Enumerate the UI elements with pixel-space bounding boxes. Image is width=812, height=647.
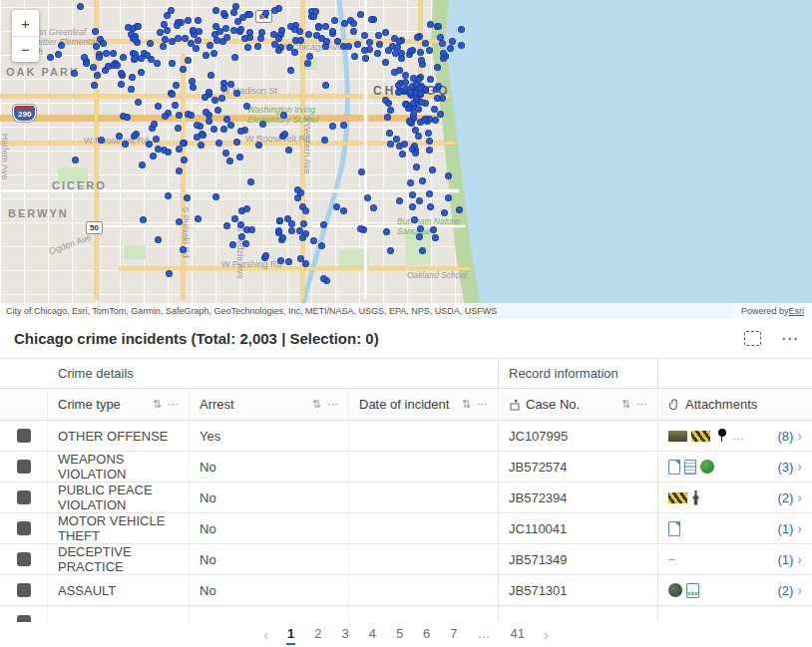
incident-point[interactable]: [229, 241, 236, 248]
incident-point[interactable]: [116, 133, 123, 140]
incident-point[interactable]: [425, 130, 432, 137]
incident-point[interactable]: [413, 81, 420, 88]
file-attachment-icon[interactable]: [668, 460, 680, 475]
incident-point[interactable]: [310, 237, 317, 244]
incident-point[interactable]: [434, 95, 441, 102]
incident-point[interactable]: [329, 123, 336, 130]
incident-point[interactable]: [210, 50, 217, 57]
incident-point[interactable]: [231, 54, 238, 61]
incident-point[interactable]: [291, 49, 298, 56]
incident-point[interactable]: [214, 107, 221, 114]
incident-point[interactable]: [417, 225, 424, 232]
incident-point[interactable]: [162, 36, 169, 43]
pagination-page-7[interactable]: 7: [449, 624, 458, 645]
incident-point[interactable]: [150, 153, 157, 160]
table-row[interactable]: WEAPONS VIOLATION No JB572574 (3) ›: [0, 452, 812, 483]
incident-point[interactable]: [169, 91, 176, 98]
incident-point[interactable]: [300, 220, 307, 227]
pagination-page-1[interactable]: 1: [286, 624, 295, 645]
incident-point[interactable]: [412, 150, 419, 157]
incident-point[interactable]: [207, 72, 214, 79]
incident-point[interactable]: [306, 53, 313, 60]
incident-point[interactable]: [203, 52, 209, 59]
incident-point[interactable]: [384, 114, 391, 121]
incident-point[interactable]: [122, 141, 129, 148]
incident-point[interactable]: [246, 11, 253, 18]
incident-point[interactable]: [368, 16, 375, 23]
incident-point[interactable]: [382, 59, 389, 66]
incident-point[interactable]: [100, 40, 107, 47]
table-row[interactable]: DECEPTIVE PRACTICE No JB571349 – (1) ›: [0, 544, 812, 575]
incident-point[interactable]: [395, 89, 402, 96]
incident-point[interactable]: [262, 10, 269, 17]
incident-point[interactable]: [202, 94, 208, 101]
incident-point[interactable]: [445, 194, 452, 201]
incident-point[interactable]: [129, 74, 136, 81]
incident-point[interactable]: [93, 43, 100, 50]
incident-point[interactable]: [223, 222, 230, 229]
incident-point[interactable]: [205, 112, 212, 119]
incident-point[interactable]: [105, 63, 112, 70]
incident-point[interactable]: [288, 220, 295, 227]
attachment-count-link[interactable]: (2): [777, 490, 793, 505]
incident-point[interactable]: [164, 27, 171, 34]
incident-point[interactable]: [135, 23, 142, 30]
incident-point[interactable]: [103, 50, 110, 57]
incident-point[interactable]: [230, 9, 237, 16]
incident-point[interactable]: [210, 126, 217, 133]
incident-point[interactable]: [387, 247, 394, 254]
row-checkbox[interactable]: [17, 583, 31, 597]
incident-point[interactable]: [331, 17, 338, 24]
incident-point[interactable]: [184, 194, 191, 201]
incident-point[interactable]: [47, 54, 54, 61]
incident-point[interactable]: [233, 139, 240, 146]
pagination-page-6[interactable]: 6: [422, 624, 431, 645]
incident-point[interactable]: [226, 158, 233, 164]
table-row[interactable]: ASSAULT No JB571301 csv (2) ›: [0, 575, 812, 606]
incident-point[interactable]: [426, 190, 433, 197]
incident-point[interactable]: [409, 47, 416, 54]
incident-point[interactable]: [445, 172, 452, 179]
col-header-arrest[interactable]: Arrest ⇅⋯: [190, 389, 349, 421]
incident-point[interactable]: [237, 221, 244, 228]
incident-point[interactable]: [323, 38, 330, 45]
incident-point[interactable]: [185, 17, 192, 24]
sort-icon[interactable]: ⇅: [621, 398, 630, 411]
incident-point[interactable]: [175, 125, 182, 132]
incident-point[interactable]: [125, 24, 132, 31]
incident-point[interactable]: [291, 26, 298, 33]
map[interactable]: John Greenleaf Whittier Elementary SchOA…: [0, 0, 812, 319]
incident-point[interactable]: [297, 37, 304, 44]
incident-point[interactable]: [340, 122, 347, 129]
incident-point[interactable]: [227, 81, 234, 88]
incident-point[interactable]: [254, 43, 261, 50]
photo-attachment-icon[interactable]: [668, 431, 687, 442]
incident-point[interactable]: [351, 53, 358, 60]
incident-point[interactable]: [157, 29, 164, 36]
pagination-next-icon[interactable]: ›: [544, 626, 549, 643]
incident-point[interactable]: [414, 34, 421, 41]
attachment-count-link[interactable]: (1): [777, 552, 793, 567]
incident-point[interactable]: [164, 12, 171, 19]
incident-point[interactable]: [415, 133, 422, 140]
incident-point[interactable]: [410, 111, 417, 118]
incident-point[interactable]: [110, 50, 117, 57]
column-menu-icon[interactable]: ⋯: [636, 398, 647, 411]
incident-point[interactable]: [357, 225, 364, 232]
pagination-page-2[interactable]: 2: [313, 624, 322, 645]
sort-icon[interactable]: ⇅: [312, 398, 321, 411]
incident-point[interactable]: [114, 62, 121, 69]
incident-point[interactable]: [287, 67, 294, 74]
incident-point[interactable]: [416, 197, 423, 204]
incident-point[interactable]: [370, 204, 377, 211]
incident-point[interactable]: [257, 35, 264, 42]
incident-point[interactable]: [242, 240, 249, 247]
incident-point[interactable]: [174, 22, 181, 29]
incident-point[interactable]: [281, 131, 288, 138]
pagination-page-41[interactable]: 41: [510, 624, 526, 645]
incident-point[interactable]: [432, 234, 439, 241]
pagination-prev-icon[interactable]: ‹: [263, 626, 268, 643]
incident-point[interactable]: [195, 17, 202, 24]
chevron-right-icon[interactable]: ›: [797, 520, 802, 536]
incident-point[interactable]: [364, 194, 371, 201]
